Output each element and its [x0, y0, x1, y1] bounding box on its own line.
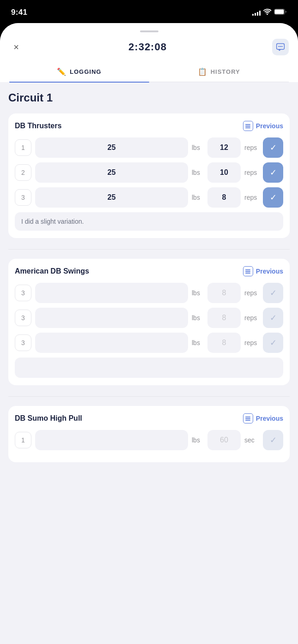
- exercise-name-3: DB Sumo High Pull: [15, 414, 82, 423]
- weight-input-3-1[interactable]: [35, 430, 188, 450]
- wifi-icon: [263, 9, 271, 16]
- reps-unit-2-1: reps: [244, 289, 259, 297]
- check-icon-1-1: ✓: [270, 143, 277, 153]
- weight-input-2-3[interactable]: [35, 333, 188, 353]
- tab-bar: ✏️ LOGGING 📋 HISTORY: [9, 62, 289, 82]
- status-bar: 9:41: [0, 0, 298, 23]
- check-button-2-1[interactable]: ✓: [263, 283, 283, 303]
- battery-icon: [274, 9, 287, 16]
- weight-unit-1-3: lbs: [192, 194, 204, 201]
- status-time: 9:41: [11, 8, 27, 17]
- set-num-2-1: 3: [15, 285, 31, 301]
- main-content: Circuit 1 DB Thrusters Previous: [0, 82, 298, 483]
- check-icon-1-2: ✓: [270, 167, 277, 178]
- check-icon-2-3: ✓: [270, 338, 277, 348]
- reps-input-2-2[interactable]: 8: [207, 308, 241, 328]
- weight-unit-2-2: lbs: [192, 314, 204, 322]
- reps-unit-1-2: reps: [244, 169, 259, 176]
- divider-2: [8, 396, 290, 397]
- svg-rect-14: [245, 420, 250, 421]
- exercise-american-db-swings: American DB Swings Previous 3 lb: [8, 259, 290, 385]
- table-icon: 📋: [198, 67, 207, 76]
- set-row-2-3: 3 lbs 8 reps ✓: [15, 333, 283, 353]
- svg-rect-11: [245, 273, 250, 274]
- exercise-name-1: DB Thrusters: [15, 122, 61, 130]
- weight-input-1-3[interactable]: 25: [35, 187, 188, 208]
- exercise-header-1: DB Thrusters Previous: [15, 121, 283, 131]
- exercise-header-3: DB Sumo High Pull Previous: [15, 413, 283, 423]
- set-num-3-1: 1: [15, 432, 31, 448]
- check-button-2-2[interactable]: ✓: [263, 308, 283, 328]
- set-num-1-3: 3: [15, 189, 31, 206]
- reps-input-2-1[interactable]: 8: [207, 283, 241, 303]
- exercise-note-2[interactable]: [15, 358, 283, 378]
- svg-rect-7: [245, 125, 250, 126]
- reps-input-1-1[interactable]: 12: [207, 137, 241, 158]
- reps-input-1-3[interactable]: 8: [207, 187, 241, 208]
- weight-unit-2-3: lbs: [192, 339, 204, 346]
- set-row-1-1: 1 25 lbs 12 reps ✓: [15, 137, 283, 158]
- exercise-header-2: American DB Swings Previous: [15, 266, 283, 276]
- set-num-1-1: 1: [15, 139, 31, 156]
- set-row-2-1: 3 lbs 8 reps ✓: [15, 283, 283, 303]
- close-button[interactable]: ×: [9, 40, 23, 54]
- weight-unit-1-1: lbs: [192, 144, 204, 151]
- exercise-note-1[interactable]: I did a slight variation.: [15, 212, 283, 231]
- list-icon-1: [245, 123, 251, 129]
- reps-input-1-2[interactable]: 10: [207, 162, 241, 183]
- weight-input-1-1[interactable]: 25: [35, 137, 188, 158]
- previous-icon-1: [243, 121, 253, 131]
- svg-rect-1: [275, 10, 284, 14]
- set-num-1-2: 2: [15, 164, 31, 181]
- weight-input-2-2[interactable]: [35, 308, 188, 328]
- previous-icon-2: [243, 266, 253, 276]
- check-button-3-1[interactable]: ✓: [263, 430, 283, 450]
- set-row-1-3: 3 25 lbs 8 reps ✓: [15, 187, 283, 208]
- status-icons: [252, 9, 287, 16]
- previous-label-2: Previous: [256, 268, 283, 275]
- reps-unit-3-1: sec: [244, 436, 259, 444]
- tab-logging-label: LOGGING: [70, 68, 101, 75]
- check-button-2-3[interactable]: ✓: [263, 333, 283, 353]
- check-icon-3-1: ✓: [270, 435, 277, 445]
- svg-point-5: [281, 46, 283, 48]
- tab-history-label: HISTORY: [211, 68, 240, 75]
- previous-label-3: Previous: [256, 415, 283, 422]
- svg-rect-9: [245, 269, 250, 270]
- tab-logging[interactable]: ✏️ LOGGING: [9, 62, 149, 82]
- tab-history[interactable]: 📋 HISTORY: [149, 62, 289, 82]
- reps-input-2-3[interactable]: 8: [207, 333, 241, 353]
- header-row: × 2:32:08: [9, 39, 289, 62]
- check-icon-2-2: ✓: [270, 313, 277, 323]
- svg-rect-13: [245, 418, 250, 419]
- check-button-1-1[interactable]: ✓: [263, 137, 283, 158]
- list-icon-3: [245, 416, 251, 422]
- previous-label-1: Previous: [256, 122, 283, 130]
- pencil-icon: ✏️: [57, 67, 67, 76]
- chat-button[interactable]: [272, 39, 289, 55]
- reps-input-3-1[interactable]: 60: [207, 430, 241, 450]
- weight-input-2-1[interactable]: [35, 283, 188, 303]
- previous-button-3[interactable]: Previous: [243, 413, 283, 423]
- check-button-1-2[interactable]: ✓: [263, 162, 283, 183]
- svg-rect-8: [245, 127, 250, 128]
- weight-unit-1-2: lbs: [192, 169, 204, 176]
- check-button-1-3[interactable]: ✓: [263, 187, 283, 208]
- check-icon-2-1: ✓: [270, 288, 277, 298]
- top-bar: × 2:32:08 ✏️ LOGGING 📋 HISTORY: [0, 23, 298, 82]
- previous-button-1[interactable]: Previous: [243, 121, 283, 131]
- reps-unit-1-1: reps: [244, 144, 259, 151]
- set-num-2-2: 3: [15, 310, 31, 326]
- previous-button-2[interactable]: Previous: [243, 266, 283, 276]
- chat-icon: [276, 42, 285, 52]
- reps-unit-2-3: reps: [244, 339, 259, 346]
- signal-icon: [252, 9, 261, 16]
- reps-unit-1-3: reps: [244, 194, 259, 201]
- drag-handle: [140, 30, 158, 32]
- set-row-3-1: 1 lbs 60 sec ✓: [15, 430, 283, 450]
- check-icon-1-3: ✓: [270, 192, 277, 203]
- phone-body: × 2:32:08 ✏️ LOGGING 📋 HISTORY: [0, 23, 298, 644]
- exercise-db-sumo-high-pull: DB Sumo High Pull Previous 1 lbs: [8, 406, 290, 462]
- weight-unit-3-1: lbs: [192, 436, 204, 444]
- weight-input-1-2[interactable]: 25: [35, 162, 188, 183]
